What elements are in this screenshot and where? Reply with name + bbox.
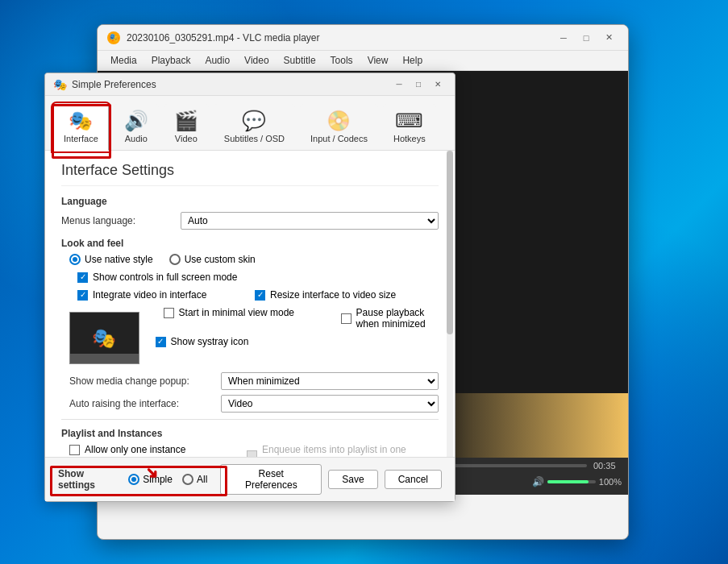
hotkeys-tab-label: Hotkeys <box>393 134 426 143</box>
audio-tab-icon: 🔊 <box>124 110 148 132</box>
vlc-app-icon: 🎭 <box>107 31 120 44</box>
checkbox-show-controls[interactable]: Show controls in full screen mode <box>77 272 255 283</box>
cancel-button[interactable]: Cancel <box>385 470 442 489</box>
content-scrollbar[interactable] <box>447 151 453 457</box>
allow-one-instance-label: Allow only one instance <box>85 444 185 455</box>
resize-interface-label: Resize interface to video size <box>270 289 396 301</box>
checkbox-allow-one-instance[interactable]: Allow only one instance <box>69 444 231 455</box>
start-minimal-label: Start in minimal view mode <box>179 307 294 318</box>
vlc-menubar: Media Playback Audio Video Subtitle Tool… <box>98 51 628 71</box>
tab-video[interactable]: 🎬 Video <box>164 104 209 150</box>
menu-playback[interactable]: Playback <box>145 52 198 68</box>
show-all-radio-circle <box>182 474 193 485</box>
input-tab-icon: 📀 <box>327 110 351 132</box>
save-button[interactable]: Save <box>328 470 377 489</box>
checkbox-resize-interface[interactable]: Resize interface to video size <box>255 289 439 301</box>
media-change-select[interactable]: When minimized <box>221 372 439 390</box>
volume-fill <box>547 480 589 483</box>
tab-hotkeys[interactable]: ⌨ Hotkeys <box>383 104 436 150</box>
video-tab-icon: 🎬 <box>174 110 198 132</box>
reset-preferences-button[interactable]: Reset Preferences <box>220 464 322 495</box>
playlist-section-label: Playlist and Instances <box>61 428 439 439</box>
checkbox-integrate-col: Integrate video in interface <box>77 289 255 304</box>
vlc-maximize-button[interactable]: □ <box>576 30 596 46</box>
allow-one-instance-box <box>69 445 80 455</box>
checkbox-row-1: Show controls in full screen mode <box>77 272 439 286</box>
section-divider <box>61 419 439 420</box>
radio-native-label: Use native style <box>85 254 153 265</box>
show-simple-label: Simple <box>143 474 173 485</box>
menu-subtitle[interactable]: Subtitle <box>277 52 322 68</box>
checkbox-integrate-video[interactable]: Integrate video in interface <box>77 289 255 301</box>
show-simple-radio-dot <box>131 477 136 482</box>
show-simple-radio-circle <box>128 474 139 485</box>
show-systray-label: Show systray icon <box>171 336 249 347</box>
menu-tools[interactable]: Tools <box>324 52 360 68</box>
volume-bar[interactable] <box>547 480 596 483</box>
menus-language-select[interactable]: Auto <box>181 212 439 230</box>
dialog-maximize-button[interactable]: □ <box>410 77 427 92</box>
vlc-minimize-button[interactable]: ─ <box>554 30 573 46</box>
menu-view[interactable]: View <box>361 52 395 68</box>
menu-video[interactable]: Video <box>238 52 275 68</box>
vlc-window-title: 20230106_0305291.mp4 - VLC media player <box>127 32 554 44</box>
dialog-window-controls: ─ □ ✕ <box>390 77 447 92</box>
menu-audio[interactable]: Audio <box>198 52 236 68</box>
vlc-volume-control: 🔊 100% <box>532 476 622 487</box>
interface-tab-label: Interface <box>64 134 98 143</box>
auto-raising-label: Auto raising the interface: <box>69 398 214 409</box>
media-change-popup-row: Show media change popup: When minimized <box>69 372 439 390</box>
checkbox-row-3: Start in minimal view mode Pause playbac… <box>164 307 439 333</box>
checkbox-row-2: Integrate video in interface Resize inte… <box>77 289 439 304</box>
tab-interface[interactable]: 🎭 Interface <box>53 104 109 151</box>
start-minimal-box <box>164 308 174 318</box>
radio-show-simple[interactable]: Simple <box>128 474 173 485</box>
show-controls-label: Show controls in full screen mode <box>93 272 237 283</box>
dialog-icon: 🎭 <box>53 78 67 91</box>
tab-subtitles[interactable]: 💬 Subtitles / OSD <box>214 104 295 150</box>
show-settings-label: Show settings <box>58 468 119 491</box>
radio-native-dot <box>73 257 77 262</box>
menu-help[interactable]: Help <box>396 52 429 68</box>
checkbox-minimal-col: Start in minimal view mode <box>164 307 341 333</box>
dialog-minimize-button[interactable]: ─ <box>390 77 408 92</box>
input-tab-label: Input / Codecs <box>310 134 368 143</box>
prefs-tab-bar: 🎭 Interface 🔊 Audio 🎬 Video 💬 Subtitles … <box>45 96 455 151</box>
show-systray-box <box>156 337 166 347</box>
checkbox-show-controls-col: Show controls in full screen mode <box>77 272 255 286</box>
prefs-content-wrapper: Interface Settings Language Menus langua… <box>45 151 455 457</box>
radio-show-all[interactable]: All <box>182 474 207 485</box>
menu-media[interactable]: Media <box>104 52 144 68</box>
integrate-video-box <box>77 290 88 301</box>
playlist-checkboxes: Allow only one instance Enqueue items in… <box>69 444 439 457</box>
tab-audio[interactable]: 🔊 Audio <box>114 104 159 150</box>
checkbox-show-systray[interactable]: Show systray icon <box>156 336 439 347</box>
video-tab-label: Video <box>175 134 198 143</box>
vlc-close-button[interactable]: ✕ <box>599 30 618 46</box>
pause-minimized-label: Pause playback when minimized <box>356 307 439 330</box>
radio-native-style[interactable]: Use native style <box>69 254 153 265</box>
radio-custom-circle <box>169 254 181 265</box>
vlc-titlebar: 🎭 20230106_0305291.mp4 - VLC media playe… <box>98 25 628 51</box>
playlist-row-1: Allow only one instance Enqueue items in… <box>69 444 439 457</box>
auto-raising-select[interactable]: Video <box>221 395 439 413</box>
radio-custom-label: Use custom skin <box>185 254 256 265</box>
show-controls-box <box>77 272 88 283</box>
checkbox-pause-minimized[interactable]: Pause playback when minimized <box>341 307 439 330</box>
checkbox-start-minimal[interactable]: Start in minimal view mode <box>164 307 341 318</box>
pause-minimized-box <box>341 313 352 324</box>
volume-percent: 100% <box>599 477 622 487</box>
show-all-label: All <box>197 474 207 485</box>
dialog-close-button[interactable]: ✕ <box>429 77 447 92</box>
tab-input[interactable]: 📀 Input / Codecs <box>300 104 378 150</box>
vlc-interface-preview: 🎭 <box>69 312 139 364</box>
subtitles-tab-label: Subtitles / OSD <box>224 134 285 143</box>
look-feel-checkboxes: Show controls in full screen mode Integr… <box>69 272 439 369</box>
resize-interface-box <box>255 290 265 301</box>
checkbox-resize-col: Resize interface to video size <box>255 289 439 304</box>
checkbox-enqueue-items[interactable]: Enqueue items into playlist in one insta… <box>247 444 439 457</box>
dialog-title: Simple Preferences <box>72 79 390 90</box>
prefs-page-title: Interface Settings <box>61 162 439 186</box>
radio-custom-skin[interactable]: Use custom skin <box>169 254 256 265</box>
checkbox-pause-col: Pause playback when minimized <box>341 307 439 333</box>
